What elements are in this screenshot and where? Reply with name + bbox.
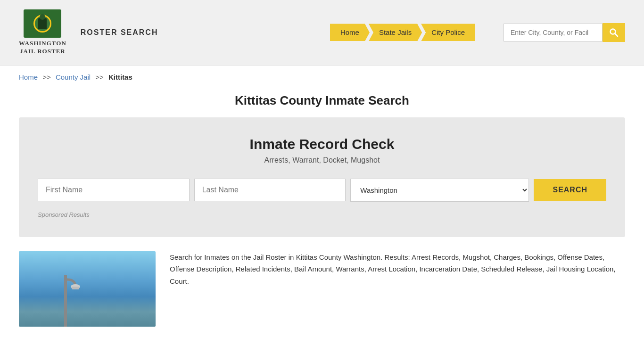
sponsored-label: Sponsored Results (38, 211, 606, 218)
nav-home-button[interactable]: Home (330, 24, 370, 41)
breadcrumb-sep2: >> (95, 73, 104, 81)
card-title: Inmate Record Check (38, 136, 606, 152)
street-lamp-icon (47, 261, 85, 327)
card-subtitle: Arrests, Warrant, Docket, Mugshot (38, 156, 606, 165)
state-select[interactable]: Washington Alabama Alaska Arizona Califo… (350, 179, 529, 202)
search-icon (609, 28, 619, 37)
svg-rect-4 (72, 287, 79, 289)
svg-rect-2 (64, 275, 67, 327)
county-image (19, 251, 156, 327)
breadcrumb: Home >> County Jail >> Kittitas (0, 66, 644, 89)
inmate-search-card: Inmate Record Check Arrests, Warrant, Do… (19, 117, 625, 237)
nav-state-jails-button[interactable]: State Jails (369, 24, 422, 41)
last-name-input[interactable] (194, 179, 346, 201)
site-logo[interactable]: WASHINGTONJAIL ROSTER (19, 9, 66, 56)
roster-search-label: ROSTER SEARCH (81, 28, 158, 37)
breadcrumb-county-jail-link[interactable]: County Jail (56, 73, 91, 81)
breadcrumb-sep1: >> (42, 73, 51, 81)
search-button[interactable]: SEARCH (534, 179, 606, 201)
breadcrumb-home-link[interactable]: Home (19, 73, 38, 81)
site-header: WASHINGTONJAIL ROSTER ROSTER SEARCH Home… (0, 0, 644, 66)
svg-line-1 (615, 33, 618, 36)
header-search-area (504, 23, 625, 42)
logo-text: WASHINGTONJAIL ROSTER (19, 40, 66, 56)
washington-flag-icon (24, 9, 61, 38)
description-text: Search for Inmates on the Jail Roster in… (170, 251, 625, 288)
bottom-section: Search for Inmates on the Jail Roster in… (19, 251, 625, 327)
first-name-input[interactable] (38, 179, 190, 201)
header-search-input[interactable] (504, 24, 603, 41)
search-fields: Washington Alabama Alaska Arizona Califo… (38, 179, 606, 202)
nav-city-police-button[interactable]: City Police (421, 24, 475, 41)
header-search-button[interactable] (603, 23, 625, 42)
main-nav: Home State Jails City Police (330, 24, 475, 41)
breadcrumb-current: Kittitas (108, 73, 132, 81)
page-title-area: Kittitas County Inmate Search (0, 89, 644, 117)
page-title: Kittitas County Inmate Search (19, 93, 625, 108)
